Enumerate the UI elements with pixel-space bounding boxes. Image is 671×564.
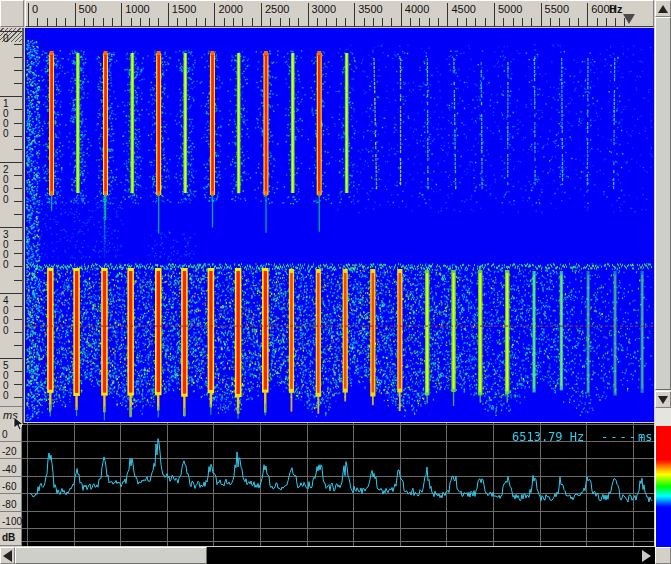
freq-tick-label: 500 xyxy=(79,3,97,15)
arrow-down-icon xyxy=(658,396,668,404)
time-minor-tick xyxy=(14,136,22,137)
arrow-up-icon xyxy=(658,5,668,13)
db-tick-label: -20 xyxy=(2,446,16,457)
freq-minor-tick xyxy=(429,18,430,26)
time-minor-tick xyxy=(14,149,22,150)
freq-tick-label: 3000 xyxy=(312,3,336,15)
freq-minor-tick xyxy=(438,18,439,26)
freq-minor-tick xyxy=(242,18,243,26)
scroll-down-button[interactable] xyxy=(655,391,671,408)
freq-minor-tick xyxy=(93,18,94,26)
time-minor-tick xyxy=(14,332,22,333)
freq-minor-tick xyxy=(205,18,206,26)
freq-minor-tick xyxy=(569,18,570,26)
db-tick-label: -100 xyxy=(2,516,22,527)
readout-ms-label: ms xyxy=(638,430,652,444)
time-minor-tick xyxy=(14,384,22,385)
freq-minor-tick xyxy=(47,18,48,26)
freq-minor-tick xyxy=(578,18,579,26)
freq-minor-tick xyxy=(224,18,225,26)
time-minor-tick xyxy=(14,188,22,189)
time-minor-tick xyxy=(14,280,22,281)
freq-minor-tick xyxy=(531,18,532,26)
freq-major-tick xyxy=(28,3,29,27)
time-minor-tick xyxy=(14,83,22,84)
freq-major-tick xyxy=(214,3,215,27)
freq-minor-tick xyxy=(559,18,560,26)
horizontal-scrollbar-thumb[interactable] xyxy=(15,547,207,564)
vertical-scrollbar-thumb[interactable] xyxy=(655,17,671,390)
freq-minor-tick xyxy=(503,18,504,26)
freq-minor-tick xyxy=(103,18,104,26)
time-minor-tick xyxy=(14,214,22,215)
freq-tick-label: 1000 xyxy=(125,3,149,15)
freq-minor-tick xyxy=(280,18,281,26)
freq-minor-tick xyxy=(112,18,113,26)
freq-tick-label: 5000 xyxy=(498,3,522,15)
mouse-cursor-icon xyxy=(13,416,25,432)
spectrogram-app-window: Hz 0500100015002000250030003500400045005… xyxy=(0,0,671,564)
freq-minor-tick xyxy=(149,18,150,26)
freq-major-tick xyxy=(75,3,76,27)
db-axis: dB 0-20-40-60-80-100 xyxy=(0,427,22,546)
freq-minor-tick xyxy=(391,18,392,26)
db-groove xyxy=(0,441,22,442)
freq-minor-tick xyxy=(606,18,607,26)
freq-minor-tick xyxy=(364,18,365,26)
time-major-tick xyxy=(0,293,22,294)
frequency-ruler: Hz 0500100015002000250030003500400045005… xyxy=(25,0,654,27)
freq-major-tick xyxy=(354,3,355,27)
freq-tick-label: 2500 xyxy=(265,3,289,15)
freq-minor-tick xyxy=(624,18,625,26)
frequency-readout: 6513.79 Hz xyxy=(512,430,584,444)
freq-minor-tick xyxy=(317,18,318,26)
time-minor-tick xyxy=(14,175,22,176)
freq-minor-tick xyxy=(597,18,598,26)
freq-minor-tick xyxy=(382,18,383,26)
freq-minor-tick xyxy=(336,18,337,26)
freq-minor-tick xyxy=(177,18,178,26)
time-tick-label: 4 0 0 0 xyxy=(3,296,9,336)
freq-minor-tick xyxy=(373,18,374,26)
db-tick-label: 0 xyxy=(2,429,8,440)
horizontal-scrollbar[interactable] xyxy=(0,547,655,564)
freq-tick-label: 1500 xyxy=(172,3,196,15)
freq-minor-tick xyxy=(326,18,327,26)
freq-minor-tick xyxy=(513,18,514,26)
scroll-up-button[interactable] xyxy=(655,0,671,17)
freq-minor-tick xyxy=(186,18,187,26)
freq-major-tick xyxy=(494,3,495,27)
freq-minor-tick xyxy=(252,18,253,26)
time-tick-label: 3 0 0 0 xyxy=(3,230,9,270)
freq-minor-tick xyxy=(615,18,616,26)
time-minor-tick xyxy=(14,201,22,202)
freq-minor-tick xyxy=(37,18,38,26)
time-minor-tick xyxy=(14,70,22,71)
freq-minor-tick xyxy=(158,18,159,26)
freq-minor-tick xyxy=(84,18,85,26)
scroll-left-button[interactable] xyxy=(0,547,15,564)
freq-major-tick xyxy=(587,3,588,27)
time-tick-label: 2 0 0 0 xyxy=(3,165,9,205)
spectrogram-canvas[interactable] xyxy=(25,28,654,422)
scroll-right-button[interactable] xyxy=(638,547,655,564)
freq-major-tick xyxy=(541,3,542,27)
vertical-scrollbar[interactable] xyxy=(655,0,671,426)
freq-tick-label: 0 xyxy=(32,3,38,15)
freq-tick-label: 2000 xyxy=(218,3,242,15)
freq-minor-tick xyxy=(270,18,271,26)
freq-minor-tick xyxy=(522,18,523,26)
time-tick-label: 5 0 0 0 xyxy=(3,361,9,401)
freq-minor-tick xyxy=(410,18,411,26)
freq-minor-tick xyxy=(233,18,234,26)
freq-tick-label: 6000 xyxy=(591,3,615,15)
freq-major-tick xyxy=(447,3,448,27)
time-major-tick xyxy=(0,358,22,359)
freq-tick-label: 4500 xyxy=(451,3,475,15)
time-tick-label: 1 0 0 0 xyxy=(3,99,9,139)
time-minor-tick xyxy=(14,306,22,307)
time-minor-tick xyxy=(14,57,22,58)
time-major-tick xyxy=(0,162,22,163)
freq-major-tick xyxy=(261,3,262,27)
freq-minor-tick xyxy=(289,18,290,26)
